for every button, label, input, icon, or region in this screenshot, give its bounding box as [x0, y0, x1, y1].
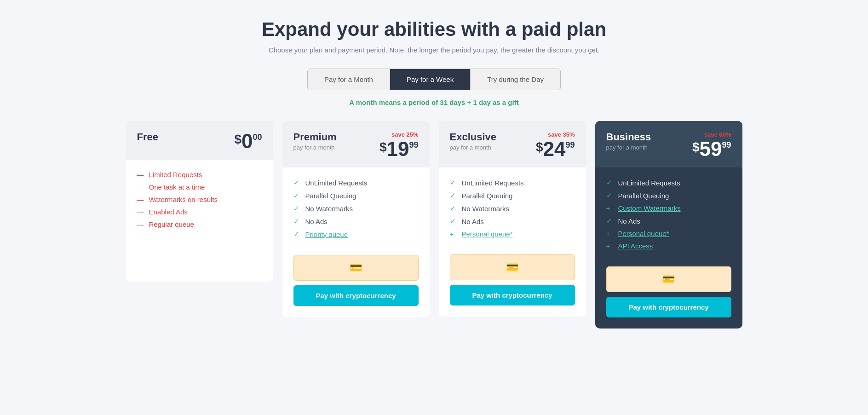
- feature-text-business-1: Parallel Queuing: [618, 192, 669, 200]
- page-header: Expand your abilities with a paid plan C…: [262, 18, 606, 54]
- plus-icon: +: [606, 242, 614, 250]
- feature-item-exclusive-1: ✓Parallel Queuing: [450, 191, 575, 200]
- feature-item-premium-3: ✓No Ads: [293, 217, 419, 225]
- feature-text-exclusive-2: No Watermarks: [462, 205, 510, 213]
- price-cents-free: 00: [253, 133, 262, 141]
- plan-save-business: save 60%: [692, 131, 731, 138]
- feature-text-premium-4: Priority queue: [305, 231, 348, 238]
- feature-text-business-2: Custom Watermarks: [618, 204, 681, 212]
- plan-period-business: pay for a month: [606, 144, 651, 151]
- plan-actions-business: 💳Pay with cryptocurrency: [595, 259, 742, 329]
- plan-header-business: Businesspay for a monthsave 60%$5999: [595, 121, 742, 167]
- feature-text-free-0: Limited Requests: [149, 171, 202, 179]
- feature-item-exclusive-3: ✓No Ads: [450, 217, 575, 225]
- feature-item-business-1: ✓Parallel Queuing: [606, 191, 731, 200]
- plan-card-premium: Premiumpay for a monthsave 25%$1999✓UnLi…: [282, 121, 430, 317]
- plan-period-exclusive: pay for a month: [450, 144, 497, 151]
- feature-item-exclusive-0: ✓UnLimited Requests: [450, 179, 575, 187]
- period-tab-day[interactable]: Try during the Day: [470, 69, 560, 90]
- plan-card-free: Free$000—Limited Requests—One task at a …: [126, 121, 273, 282]
- price-main-exclusive: 24: [543, 139, 566, 159]
- feature-text-exclusive-4: Personal queue*: [462, 230, 513, 238]
- check-icon: ✓: [606, 179, 614, 187]
- plan-features-business: ✓UnLimited Requests✓Parallel Queuing+Cus…: [595, 167, 742, 259]
- free-plan-spacer: [126, 237, 273, 282]
- feature-text-business-0: UnLimited Requests: [618, 179, 680, 187]
- check-icon: ✓: [450, 179, 457, 187]
- price-dollar-premium: $: [379, 141, 387, 154]
- feature-item-business-2[interactable]: +Custom Watermarks: [606, 204, 731, 212]
- period-tab-month[interactable]: Pay for a Month: [308, 69, 390, 90]
- price-main-business: 59: [700, 139, 722, 159]
- feature-item-premium-2: ✓No Watermarks: [293, 204, 419, 213]
- price-dollar-exclusive: $: [536, 141, 543, 154]
- feature-text-free-4: Regular queue: [149, 220, 194, 228]
- plan-header-exclusive: Exclusivepay for a monthsave 35%$2499: [439, 121, 586, 167]
- feature-item-free-0: —Limited Requests: [137, 171, 262, 179]
- feature-text-business-3: No Ads: [618, 217, 640, 225]
- plan-card-business: Businesspay for a monthsave 60%$5999✓UnL…: [595, 121, 742, 329]
- plan-name-business: Business: [606, 131, 651, 143]
- price-cents-premium: 99: [409, 141, 418, 149]
- feature-item-exclusive-4[interactable]: +Personal queue*: [450, 230, 575, 238]
- plus-icon: +: [450, 230, 457, 238]
- price-main-premium: 19: [387, 139, 409, 159]
- feature-item-business-3: ✓No Ads: [606, 217, 731, 225]
- period-tab-week[interactable]: Pay for a Week: [390, 69, 470, 90]
- plan-header-premium: Premiumpay for a monthsave 25%$1999: [282, 121, 430, 167]
- cross-icon: —: [137, 208, 144, 216]
- pay-card-button-business[interactable]: 💳: [606, 266, 731, 292]
- feature-item-free-3: —Enabled Ads: [137, 208, 262, 216]
- feature-text-exclusive-3: No Ads: [462, 218, 484, 225]
- plan-actions-exclusive: 💳Pay with cryptocurrency: [439, 247, 586, 317]
- feature-text-exclusive-1: Parallel Queuing: [462, 192, 513, 200]
- check-icon: ✓: [293, 204, 301, 213]
- feature-item-premium-4[interactable]: ✓Priority queue: [293, 230, 419, 238]
- check-icon: ✓: [293, 230, 301, 238]
- plan-features-exclusive: ✓UnLimited Requests✓Parallel Queuing✓No …: [439, 167, 586, 247]
- credit-card-icon: 💳: [506, 261, 518, 273]
- feature-text-free-1: One task at a time: [149, 183, 205, 191]
- pay-crypto-button-premium[interactable]: Pay with cryptocurrency: [293, 285, 419, 306]
- plan-name-exclusive: Exclusive: [450, 131, 497, 143]
- page-title: Expand your abilities with a paid plan: [262, 18, 606, 40]
- plan-save-exclusive: save 35%: [536, 131, 575, 138]
- plus-icon: +: [606, 204, 614, 212]
- feature-text-premium-0: UnLimited Requests: [305, 179, 368, 187]
- check-icon: ✓: [450, 204, 457, 213]
- pay-crypto-button-exclusive[interactable]: Pay with cryptocurrency: [450, 285, 575, 305]
- plan-actions-premium: 💳Pay with cryptocurrency: [282, 248, 430, 317]
- feature-text-free-3: Enabled Ads: [149, 208, 188, 216]
- pay-card-button-premium[interactable]: 💳: [293, 255, 419, 281]
- check-icon: ✓: [293, 191, 301, 200]
- plan-features-free: —Limited Requests—One task at a time—Wat…: [126, 160, 273, 237]
- plan-card-exclusive: Exclusivepay for a monthsave 35%$2499✓Un…: [439, 121, 586, 317]
- cross-icon: —: [137, 220, 144, 228]
- plan-period-premium: pay for a month: [293, 144, 337, 151]
- plus-icon: +: [606, 230, 614, 237]
- price-dollar-business: $: [692, 141, 700, 154]
- period-tabs: Pay for a MonthPay for a WeekTry during …: [307, 69, 561, 90]
- pay-card-button-exclusive[interactable]: 💳: [450, 254, 575, 280]
- feature-text-business-4: Personal queue*: [618, 230, 669, 237]
- check-icon: ✓: [450, 217, 457, 225]
- feature-item-free-2: —Watermarks on results: [137, 196, 262, 203]
- feature-item-premium-0: ✓UnLimited Requests: [293, 179, 419, 187]
- pay-crypto-button-business[interactable]: Pay with cryptocurrency: [606, 297, 731, 317]
- feature-item-business-4[interactable]: +Personal queue*: [606, 230, 731, 237]
- price-cents-business: 99: [722, 141, 731, 149]
- feature-text-premium-2: No Watermarks: [305, 205, 353, 213]
- check-icon: ✓: [606, 217, 614, 225]
- credit-card-icon: 💳: [350, 262, 362, 274]
- check-icon: ✓: [606, 191, 614, 200]
- credit-card-icon: 💳: [662, 273, 675, 285]
- feature-item-exclusive-2: ✓No Watermarks: [450, 204, 575, 213]
- plan-save-premium: save 25%: [379, 131, 419, 138]
- feature-item-business-5[interactable]: +API Access: [606, 242, 731, 250]
- feature-item-business-0: ✓UnLimited Requests: [606, 179, 731, 187]
- feature-text-premium-1: Parallel Queuing: [305, 192, 356, 200]
- price-dollar-free: $: [234, 133, 241, 146]
- feature-text-free-2: Watermarks on results: [149, 196, 218, 203]
- plan-header-free: Free$000: [126, 121, 273, 160]
- cross-icon: —: [137, 196, 144, 203]
